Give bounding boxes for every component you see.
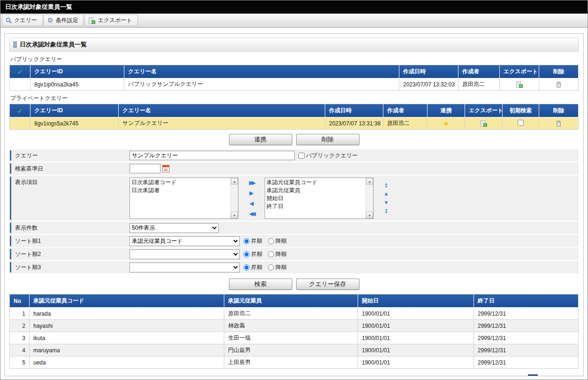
display-count-select[interactable]: 50件表示 (130, 223, 219, 233)
list-item[interactable]: 承認元従業員コード (267, 178, 366, 186)
export-icon[interactable] (480, 120, 487, 127)
table-row[interactable]: 3 ikuta 生田一哉 1900/01/01 2999/12/31 (10, 332, 579, 344)
cell-select[interactable] (10, 117, 31, 130)
col-employee-name: 承認元従業員 (224, 295, 358, 308)
scroll-down-icon[interactable] (366, 212, 373, 218)
select-all-header[interactable] (10, 104, 31, 117)
cell-no: 3 (10, 332, 30, 344)
scroll-down-icon[interactable] (231, 212, 238, 218)
scroll-up-icon[interactable] (231, 178, 238, 185)
search-icon (6, 17, 12, 23)
initial-search-checkbox[interactable] (518, 120, 524, 126)
export-icon[interactable] (516, 81, 523, 88)
content-panel: 日次承認対象従業員一覧 パブリッククエリー クエリーID クエリー名 作成日時 … (4, 33, 584, 376)
cell-delete (539, 117, 579, 130)
list-item[interactable]: 日次承認者 (131, 186, 231, 194)
form-row-display-items: 表示項目 日次承認者コード 日次承認者 (9, 176, 579, 222)
condition-settings-button[interactable]: 条件設定 (44, 15, 84, 26)
page-first[interactable]: 最初へ (490, 375, 507, 376)
list-item[interactable]: 開始日 (267, 194, 366, 202)
cell-end-date: 2999/12/31 (474, 332, 579, 344)
scroll-up-icon[interactable] (366, 178, 373, 185)
page-next[interactable]: 次へ (542, 375, 554, 376)
table-row[interactable]: 2 hayashi 林政義 1900/01/01 2999/12/31 (10, 320, 579, 332)
col-query-id: クエリーID (31, 65, 124, 78)
star-icon[interactable] (443, 121, 449, 127)
table-row[interactable]: 4 maruyama 円山益男 1900/01/01 2999/12/31 (10, 344, 579, 357)
available-items-listbox[interactable]: 日次承認者コード 日次承認者 (130, 178, 238, 219)
selected-items-listbox[interactable]: 承認元従業員コード 承認元従業員 開始日 終了日 (265, 178, 374, 219)
move-right-icon[interactable] (247, 190, 256, 196)
move-down-icon[interactable] (383, 200, 389, 205)
private-query-table: クエリーID クエリー名 作成日時 作成者 連携 エクスポート 初期検索 削除 … (9, 104, 579, 130)
cell-select[interactable] (10, 78, 31, 91)
save-query-button[interactable]: クエリー保存 (296, 279, 359, 290)
section-title: 日次承認対象従業員一覧 (9, 38, 579, 52)
link-button[interactable]: 連携 (229, 134, 292, 145)
cell-query-name: パブリックサンプルクエリー (124, 78, 399, 91)
sort2-desc-radio-label[interactable]: 降順 (268, 250, 287, 258)
page-last[interactable]: 最後へ (558, 375, 575, 376)
list-item[interactable]: 日次承認者コード (131, 178, 231, 186)
public-query-checkbox[interactable] (298, 153, 305, 159)
cell-employee-name: 上田辰男 (224, 357, 358, 369)
listbox-scrollbar[interactable] (366, 178, 373, 218)
title-accent-icon (14, 41, 16, 48)
query-toolbar-button[interactable]: クエリー (2, 15, 43, 26)
move-bottom-icon[interactable] (383, 209, 389, 214)
sort1-desc-radio-label[interactable]: 降順 (268, 237, 287, 245)
trash-icon[interactable] (556, 81, 562, 88)
table-row[interactable]: 1 harada 原田浩二 1900/01/01 2999/12/31 (10, 308, 579, 320)
display-count-label: 表示件数 (9, 222, 127, 234)
public-query-row[interactable]: 8gv1ip0nsa2ka45 パブリックサンプルクエリー 2023/07/07… (10, 78, 579, 91)
move-all-left-icon[interactable] (247, 211, 256, 217)
move-up-icon[interactable] (383, 191, 389, 196)
col-start-date: 開始日 (358, 295, 474, 308)
sort1-desc-radio[interactable] (268, 238, 274, 244)
base-date-input[interactable] (130, 164, 160, 173)
query-name-input[interactable] (130, 151, 295, 160)
list-item[interactable]: 承認元従業員 (267, 186, 366, 194)
cell-delete (539, 78, 579, 91)
trash-icon[interactable] (556, 120, 562, 127)
sort2-asc-radio-label[interactable]: 昇順 (244, 250, 262, 258)
query-actions: 連携 削除 (9, 134, 579, 145)
search-button[interactable]: 検索 (229, 279, 292, 290)
listbox-scrollbar[interactable] (230, 178, 238, 218)
sort1-select[interactable]: 承認元従業員コード (130, 236, 240, 246)
sort1-asc-radio-label[interactable]: 昇順 (244, 237, 262, 245)
private-query-row[interactable]: 8gv1iogs5a2k745 サンプルクエリー 2023/07/07 13:3… (10, 117, 579, 130)
page-prev[interactable]: 前へ (512, 375, 523, 376)
col-creator: 作成者 (458, 65, 500, 78)
sort1-asc-radio[interactable] (244, 238, 250, 244)
table-row[interactable]: 5 ueda 上田辰男 1900/01/01 2999/12/31 (10, 357, 579, 369)
export-toolbar-label: エクスポート (98, 16, 132, 24)
page-title: 日次承認対象従業員一覧 (0, 0, 588, 14)
sort2-desc-radio[interactable] (268, 251, 274, 257)
list-item[interactable]: 終了日 (267, 202, 366, 210)
col-export: エクスポート (500, 65, 539, 78)
sort3-select[interactable] (130, 263, 240, 272)
cell-export (500, 78, 539, 91)
base-date-label: 検索基準日 (9, 163, 127, 175)
sort3-asc-radio-label[interactable]: 昇順 (244, 264, 262, 271)
cell-start-date: 1900/01/01 (358, 332, 474, 344)
sort3-desc-radio[interactable] (268, 264, 274, 271)
sort3-asc-radio[interactable] (244, 264, 250, 271)
public-query-checkbox-label[interactable]: パブリッククエリー (298, 152, 358, 160)
delete-button[interactable]: 削除 (296, 134, 359, 145)
sort2-select[interactable] (130, 249, 240, 259)
cell-employee-code: harada (30, 308, 224, 320)
sort2-asc-radio[interactable] (244, 251, 250, 257)
select-all-header[interactable] (10, 65, 31, 78)
export-toolbar-button[interactable]: エクスポート (84, 15, 137, 26)
sort1-label: ソート順1 (9, 235, 127, 247)
toolbar: クエリー 条件設定 エクスポート (0, 14, 588, 28)
move-all-right-icon[interactable] (247, 180, 256, 186)
calendar-icon[interactable] (162, 165, 169, 172)
move-top-icon[interactable] (383, 183, 389, 187)
form-row-display-count: 表示件数 50件表示 (9, 222, 579, 235)
move-left-icon[interactable] (247, 201, 256, 206)
page-current[interactable]: 1 (528, 374, 538, 376)
sort3-desc-radio-label[interactable]: 降順 (268, 264, 287, 271)
